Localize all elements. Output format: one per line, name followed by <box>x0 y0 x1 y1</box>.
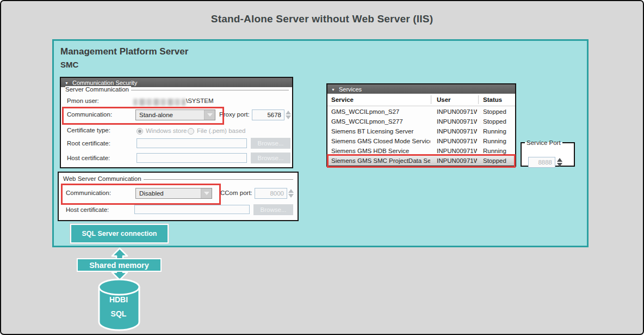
communication-dropdown[interactable]: Stand-alone <box>135 109 215 120</box>
pmon-user-redacted-value <box>133 99 185 106</box>
proxy-port-spinner[interactable] <box>285 109 292 120</box>
web-communication-dropdown[interactable]: Disabled <box>135 188 212 199</box>
column-separator[interactable] <box>431 95 431 104</box>
ccom-port-label: CCom port: <box>220 190 252 196</box>
service-status: Running <box>483 136 513 146</box>
service-name: Siemens GMS HDB Service <box>331 146 430 156</box>
radio-windows-store[interactable] <box>137 128 143 135</box>
collapse-icon: ▼ <box>331 88 335 92</box>
spinner-down-icon <box>557 163 562 167</box>
services-panel: ▼ Services Service User Status GMS_WCCIL… <box>326 83 516 167</box>
service-status: Stopped <box>483 156 513 166</box>
root-certificate-label: Root certificate: <box>67 140 110 147</box>
service-user: INPUN00971WC <box>437 107 477 117</box>
shared-memory-label: Shared memory <box>77 258 162 272</box>
web-host-certificate-input[interactable] <box>134 205 250 214</box>
database-label-line2: SQL <box>97 309 140 318</box>
service-name: Siemens BT Licensing Server <box>331 126 430 136</box>
server-box-title: Management Platform Server <box>60 46 188 57</box>
service-row[interactable]: Siemens BT Licensing Server INPUN00971WC… <box>327 126 515 136</box>
database-label-line1: HDBI <box>97 295 140 304</box>
services-header-label: Services <box>339 86 362 93</box>
web-communication-label: Communication: <box>66 190 111 196</box>
service-row[interactable]: Siemens GMS Closed Mode Service INPUN009… <box>327 136 515 146</box>
service-row[interactable]: GMS_WCCILpmon_S277 INPUN00971WC Stopped <box>327 117 515 126</box>
ccom-port-spinner[interactable] <box>288 188 294 199</box>
pmon-user-label: Pmon user: <box>67 98 99 104</box>
service-name: GMS_WCCILpmon_S27 <box>331 107 430 117</box>
service-user: INPUN00971WC <box>437 117 477 126</box>
proxy-port-label: Proxy port: <box>219 111 250 118</box>
column-user[interactable]: User <box>437 94 451 106</box>
service-name: Siemens GMS SMC ProjectData Service <box>331 156 430 166</box>
host-certificate-label: Host certificate: <box>67 155 110 161</box>
service-port-fieldset: Service Port 8888 <box>521 139 575 167</box>
chevron-down-icon <box>207 113 213 117</box>
service-user: INPUN00971WC <box>437 126 477 136</box>
service-status: Stopped <box>483 117 513 126</box>
ccom-port-input[interactable]: 8000 <box>255 188 287 199</box>
services-header[interactable]: ▼ Services <box>327 84 515 94</box>
spinner-down-icon <box>288 194 294 198</box>
radio-file-pem[interactable] <box>188 128 194 135</box>
certificate-type-label: Certificate type: <box>67 127 110 133</box>
web-server-communication-group-label: Web Server Communication <box>63 175 144 182</box>
service-user: INPUN00971WC <box>437 146 477 156</box>
spinner-down-icon <box>286 115 291 119</box>
pmon-user-value-suffix: \SYSTEM <box>186 98 213 104</box>
web-server-communication-panel: Web Server Communication Communication: … <box>58 172 299 221</box>
spinner-up-icon <box>288 189 294 193</box>
communication-security-panel: ▼ Communication Security Server Communic… <box>60 77 293 168</box>
radio-file-pem-label: File (.pem) based <box>197 127 245 134</box>
diagram-frame: Stand-Alone Server without Web Server (I… <box>0 0 644 335</box>
service-port-input[interactable]: 8888 <box>528 157 555 168</box>
service-row-selected[interactable]: Siemens GMS SMC ProjectData Service INPU… <box>327 156 515 166</box>
management-platform-server-box: Management Platform Server SMC ▼ Communi… <box>52 39 589 247</box>
column-service[interactable]: Service <box>331 94 354 106</box>
services-column-header: Service User Status <box>327 94 515 106</box>
dropdown-button[interactable] <box>201 188 212 198</box>
web-host-certificate-label: Host certificate: <box>66 206 109 213</box>
server-box-subtitle: SMC <box>60 60 78 69</box>
spinner-up-icon <box>557 158 562 162</box>
server-communication-group-label: Server Communication <box>65 86 131 93</box>
service-status: Stopped <box>483 107 513 117</box>
proxy-port-input[interactable]: 5678 <box>252 109 284 120</box>
web-communication-dropdown-value: Disabled <box>136 190 201 197</box>
communication-security-header-label: Communication Security <box>72 80 137 86</box>
web-host-certificate-browse-button[interactable]: Browse... <box>253 204 293 215</box>
host-certificate-input[interactable] <box>137 153 247 163</box>
radio-windows-store-label: Windows store <box>146 127 187 134</box>
column-separator[interactable] <box>478 95 479 104</box>
page-title: Stand-Alone Server without Web Server (I… <box>1 13 643 25</box>
root-certificate-browse-button[interactable]: Browse... <box>251 138 290 149</box>
column-status[interactable]: Status <box>483 94 502 106</box>
dropdown-button[interactable] <box>204 110 215 120</box>
host-certificate-browse-button[interactable]: Browse... <box>251 153 290 163</box>
service-name: Siemens GMS Closed Mode Service <box>331 136 430 146</box>
service-row[interactable]: Siemens GMS HDB Service INPUN00971WC Run… <box>327 146 515 156</box>
service-name: GMS_WCCILpmon_S277 <box>331 117 430 126</box>
sql-server-connection-button[interactable]: SQL Server connection <box>70 224 169 243</box>
service-user: INPUN00971WC <box>437 136 477 146</box>
service-status: Running <box>483 146 513 156</box>
communication-dropdown-value: Stand-alone <box>136 112 204 118</box>
service-user: INPUN00971WC <box>437 156 477 166</box>
chevron-down-icon <box>204 192 209 195</box>
database-cylinder <box>97 278 141 333</box>
communication-label: Communication: <box>67 111 112 118</box>
service-port-label: Service Port <box>525 139 562 146</box>
spinner-up-icon <box>286 111 291 114</box>
root-certificate-input[interactable] <box>137 138 247 148</box>
service-row[interactable]: GMS_WCCILpmon_S27 INPUN00971WC Stopped <box>327 107 515 117</box>
service-status: Running <box>483 126 513 136</box>
service-port-spinner[interactable] <box>556 157 563 168</box>
collapse-icon: ▼ <box>65 81 69 85</box>
